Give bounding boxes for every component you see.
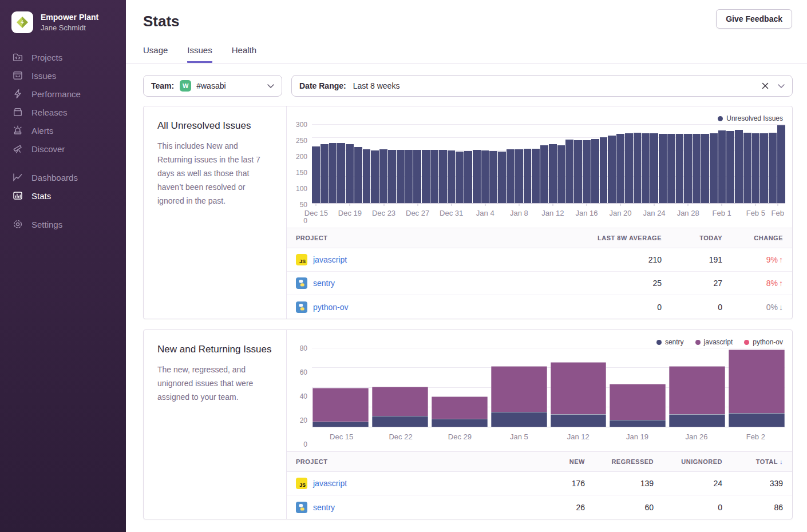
- tab-issues[interactable]: Issues: [187, 45, 212, 63]
- sidebar-item-discover[interactable]: Discover: [0, 140, 126, 158]
- sidebar-item-label: Dashboards: [31, 173, 78, 182]
- unresolved-bar: [616, 134, 624, 203]
- unresolved-bar: [777, 125, 785, 203]
- unresolved-bar: [565, 140, 573, 203]
- col-header-unignored[interactable]: UNIGNORED: [654, 458, 722, 465]
- today-value: 0: [662, 303, 722, 312]
- legend-item-python-ov[interactable]: python-ov: [744, 338, 783, 346]
- table-row: JS javascript 210 191 9%↑: [287, 248, 792, 272]
- team-select[interactable]: Team: W #wasabi: [143, 75, 282, 97]
- project-link[interactable]: python-ov: [313, 303, 348, 312]
- tab-bar: Usage Issues Health: [143, 45, 792, 63]
- y-tick-label: 20: [300, 416, 307, 424]
- project-link[interactable]: javascript: [313, 479, 347, 488]
- unresolved-bar: [489, 151, 497, 203]
- give-feedback-button[interactable]: Give Feedback: [716, 9, 792, 29]
- y-axis: 020406080: [290, 348, 312, 444]
- bar-segment-javascript: [729, 350, 785, 413]
- unresolved-bar: [583, 140, 591, 204]
- clear-icon[interactable]: [762, 82, 769, 89]
- sidebar-item-stats[interactable]: Stats: [0, 186, 126, 205]
- tab-health[interactable]: Health: [232, 45, 256, 63]
- x-tick-label: Dec 31: [440, 209, 463, 217]
- col-header-today[interactable]: TODAY: [662, 235, 722, 241]
- unresolved-bar: [422, 150, 430, 203]
- unresolved-bar: [557, 145, 565, 203]
- python-platform-icon: [296, 502, 307, 513]
- unresolved-bar: [701, 134, 709, 203]
- col-header-total[interactable]: TOTAL↓: [722, 458, 783, 465]
- unresolved-bar: [608, 136, 616, 203]
- org-switcher[interactable]: Empower Plant Jane Schmidt: [0, 0, 126, 48]
- bar-segment-sentry: [669, 414, 725, 427]
- x-tick-label: Feb 5: [746, 209, 765, 217]
- unresolved-bar: [659, 134, 667, 203]
- change-value: 0%↓: [722, 303, 783, 312]
- tab-usage[interactable]: Usage: [143, 45, 168, 63]
- total-value: 339: [722, 479, 783, 488]
- trend-down-icon: ↓: [779, 303, 783, 312]
- unresolved-bar: [507, 149, 515, 203]
- unresolved-bar: [430, 150, 438, 203]
- plot-area: [312, 348, 785, 427]
- legend-item-unresolved-issues[interactable]: Unresolved Issues: [718, 114, 783, 122]
- dashboards-icon: [13, 172, 23, 182]
- col-header-project[interactable]: PROJECT: [296, 235, 547, 241]
- sidebar-item-issues[interactable]: Issues: [0, 66, 126, 85]
- stacked-bar: [312, 348, 369, 427]
- unresolved-bar: [321, 144, 329, 203]
- sidebar-item-performance[interactable]: Performance: [0, 85, 126, 103]
- col-header-new[interactable]: NEW: [524, 458, 585, 465]
- change-value: 8%↑: [722, 279, 783, 288]
- sort-descending-icon: ↓: [780, 458, 783, 465]
- sidebar-item-alerts[interactable]: Alerts: [0, 121, 126, 140]
- trend-up-icon: ↑: [779, 255, 783, 264]
- bar-segment-javascript: [551, 362, 607, 414]
- unresolved-bar: [498, 152, 506, 203]
- sidebar-item-label: Discover: [31, 144, 65, 154]
- chart-legend: Unresolved Issues: [290, 112, 785, 125]
- sidebar-item-projects[interactable]: Projects: [0, 48, 126, 66]
- col-header-avg[interactable]: LAST 8W AVERAGE: [547, 235, 662, 241]
- x-tick-label: Jan 26: [667, 427, 726, 444]
- project-link[interactable]: javascript: [313, 255, 347, 264]
- unresolved-bar: [456, 152, 464, 203]
- unresolved-bar: [481, 150, 489, 203]
- table-row: JS javascript 176 139 24 339: [287, 472, 792, 495]
- sidebar: Empower Plant Jane Schmidt Projects Issu…: [0, 0, 126, 532]
- chevron-down-icon: [778, 84, 785, 88]
- project-link[interactable]: sentry: [313, 503, 335, 512]
- sidebar-item-settings[interactable]: Settings: [0, 215, 126, 233]
- legend-item-sentry[interactable]: sentry: [656, 338, 684, 346]
- unresolved-issues-table: PROJECT LAST 8W AVERAGE TODAY CHANGE JS …: [287, 228, 792, 319]
- sidebar-item-dashboards[interactable]: Dashboards: [0, 168, 126, 186]
- panel-description: The new, regressed, and unignored issues…: [157, 363, 272, 404]
- panel-title: All Unresolved Issues: [157, 120, 272, 132]
- unresolved-bar: [413, 150, 421, 203]
- sidebar-item-label: Issues: [31, 71, 56, 81]
- main-content: Stats Give Feedback Usage Issues Health …: [126, 0, 807, 519]
- y-tick-label: 50: [300, 201, 307, 209]
- col-header-regressed[interactable]: REGRESSED: [585, 458, 654, 465]
- x-tick-label: Dec 27: [406, 209, 429, 217]
- x-axis: Dec 15Dec 22Dec 29Jan 5Jan 12Jan 19Jan 2…: [312, 427, 785, 444]
- stacked-bar: [432, 348, 488, 427]
- stacked-bar: [491, 348, 547, 427]
- unresolved-bar: [710, 133, 718, 203]
- releases-icon: [13, 107, 23, 117]
- x-tick-label: Jan 20: [609, 209, 631, 217]
- sidebar-item-label: Alerts: [31, 126, 53, 136]
- date-range-select[interactable]: Date Range: Last 8 weeks: [291, 75, 793, 97]
- sidebar-item-label: Settings: [31, 220, 62, 229]
- col-header-project[interactable]: PROJECT: [296, 458, 524, 465]
- project-link[interactable]: sentry: [313, 279, 335, 288]
- avg-value: 25: [547, 279, 662, 288]
- chart-legend: sentry javascript python-ov: [290, 336, 785, 348]
- unresolved-bar: [329, 143, 337, 203]
- sidebar-item-releases[interactable]: Releases: [0, 103, 126, 121]
- legend-item-javascript[interactable]: javascript: [695, 338, 733, 346]
- unresolved-bar: [448, 150, 456, 203]
- bar-segment-sentry: [729, 413, 785, 427]
- unresolved-bar: [718, 130, 726, 203]
- col-header-change[interactable]: CHANGE: [722, 235, 783, 241]
